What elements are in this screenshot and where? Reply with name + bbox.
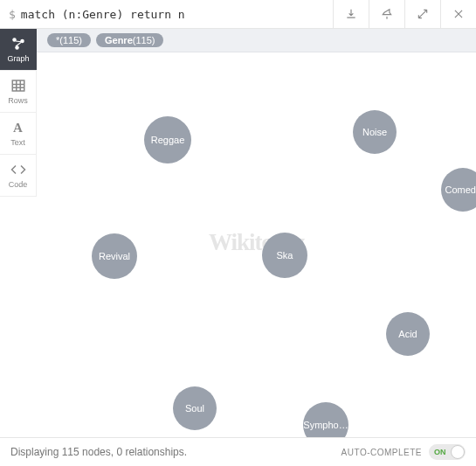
tab-label: Text	[10, 138, 25, 147]
view-sidebar: Graph Rows A Text Code	[0, 29, 37, 437]
graph-node[interactable]: Comedy	[441, 168, 476, 212]
graph-icon	[10, 36, 27, 52]
svg-text:A: A	[13, 121, 23, 135]
tab-label: Rows	[8, 96, 28, 105]
result-panel: *(115) Genre(115) Wikitechy .com ReggaeN…	[37, 29, 476, 437]
toggle-on-text: ON	[434, 448, 446, 456]
filter-pill-star[interactable]: *(115)	[47, 33, 91, 47]
tab-text[interactable]: A Text	[0, 113, 37, 155]
filter-bar: *(115) Genre(115)	[37, 29, 476, 52]
text-icon: A	[10, 120, 27, 136]
status-text: Displaying 115 nodes, 0 relationships.	[10, 446, 341, 458]
tab-rows[interactable]: Rows	[0, 71, 37, 113]
tab-graph[interactable]: Graph	[0, 29, 37, 71]
graph-node[interactable]: Sympho…	[303, 402, 348, 437]
graph-node[interactable]: Revival	[92, 233, 137, 279]
svg-rect-5	[12, 80, 24, 91]
autocomplete-toggle[interactable]: ON	[429, 444, 466, 460]
top-actions	[333, 0, 476, 28]
status-bar: Displaying 115 nodes, 0 relationships. A…	[0, 437, 476, 466]
toggle-knob	[451, 445, 465, 459]
main-area: Graph Rows A Text Code *(115) Genre(115)…	[0, 29, 476, 437]
svg-line-4	[16, 43, 21, 47]
tab-label: Code	[9, 180, 28, 189]
tab-label: Graph	[7, 54, 29, 63]
pin-button[interactable]	[369, 0, 404, 28]
code-icon	[10, 162, 27, 177]
filter-pill-genre[interactable]: Genre(115)	[96, 33, 163, 47]
download-icon	[345, 8, 357, 20]
svg-point-2	[15, 45, 19, 50]
graph-node[interactable]: Noise	[353, 110, 397, 154]
svg-line-3	[16, 41, 21, 42]
close-icon	[452, 8, 465, 20]
query-input-area[interactable]: $ match (n:Genre) return n	[0, 8, 333, 21]
prompt-symbol: $	[9, 8, 16, 21]
rows-icon	[10, 78, 27, 94]
query-text: match (n:Genre) return n	[21, 8, 185, 21]
graph-node[interactable]: Reggae	[144, 116, 191, 163]
close-button[interactable]	[440, 0, 476, 28]
query-bar: $ match (n:Genre) return n	[0, 0, 476, 29]
graph-node[interactable]: Acid	[386, 312, 430, 356]
expand-button[interactable]	[404, 0, 440, 28]
expand-icon	[417, 8, 429, 20]
download-button[interactable]	[333, 0, 369, 28]
tab-code[interactable]: Code	[0, 155, 37, 197]
graph-node[interactable]: Soul	[173, 386, 217, 430]
autocomplete-label: AUTO-COMPLETE	[341, 448, 422, 457]
graph-canvas[interactable]: Wikitechy .com ReggaeNoiseComedyRevivalS…	[37, 52, 476, 437]
graph-node[interactable]: Ska	[262, 233, 307, 278]
pin-icon	[381, 8, 393, 20]
